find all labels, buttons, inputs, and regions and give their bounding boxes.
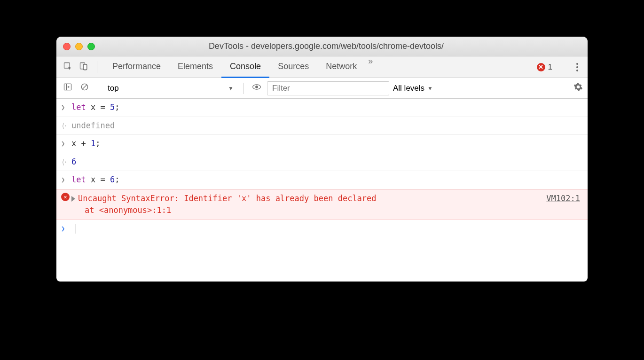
error-stack: at <anonymous>:1:1	[71, 205, 171, 215]
devtools-window: DevTools - developers.google.com/web/too…	[56, 37, 588, 282]
output-chevron-icon: ⟨·	[61, 120, 71, 132]
tab-network[interactable]: Network	[317, 56, 365, 78]
divider	[562, 61, 562, 73]
console-filter-bar: top ▼ All levels ▼	[56, 78, 588, 99]
inspect-element-icon[interactable]	[61, 60, 74, 75]
input-chevron-icon: ❯	[61, 174, 71, 185]
chevron-down-icon: ▼	[228, 85, 234, 92]
console-prompt-input[interactable]	[71, 223, 583, 235]
prompt-chevron-icon: ❯	[61, 223, 71, 234]
tab-console[interactable]: Console	[221, 56, 269, 78]
divider	[98, 83, 98, 94]
svg-marker-6	[68, 86, 70, 88]
console-line-content: let x = 6;	[71, 174, 583, 186]
console-line-content: let x = 5;	[71, 102, 583, 114]
error-count: 1	[548, 63, 552, 72]
svg-line-8	[82, 85, 86, 89]
console-sidebar-toggle-icon[interactable]	[61, 80, 74, 96]
console-line-content: x + 1;	[71, 138, 583, 150]
tabs-overflow-button[interactable]: »	[365, 56, 376, 78]
execution-context-select[interactable]: top ▼	[105, 83, 236, 94]
log-levels-select[interactable]: All levels ▼	[393, 84, 433, 93]
device-toolbar-icon[interactable]	[77, 60, 90, 75]
input-chevron-icon: ❯	[61, 138, 71, 149]
tab-sources[interactable]: Sources	[269, 56, 317, 78]
main-toolbar: Performance Elements Console Sources Net…	[56, 56, 588, 78]
console-prompt-row[interactable]: ❯	[56, 220, 588, 282]
error-count-badge[interactable]: ✕ 1	[537, 63, 552, 72]
tab-performance[interactable]: Performance	[104, 56, 169, 78]
error-source-link[interactable]: VM102:1	[546, 193, 583, 205]
context-label: top	[108, 84, 119, 93]
error-icon: ✕	[537, 63, 545, 71]
error-icon: ✕	[61, 193, 70, 201]
error-content: Uncaught SyntaxError: Identifier 'x' has…	[71, 193, 546, 217]
console-output-row: ⟨·6	[56, 153, 588, 172]
console-line-content: 6	[71, 156, 583, 168]
console-input-row: ❯let x = 6;	[56, 171, 588, 189]
chevron-down-icon: ▼	[427, 85, 433, 92]
svg-rect-2	[83, 64, 87, 70]
console-error-row: ✕ Uncaught SyntaxError: Identifier 'x' h…	[56, 189, 588, 220]
close-window-button[interactable]	[63, 43, 71, 50]
window-title: DevTools - developers.google.com/web/too…	[71, 41, 581, 51]
panel-tabs: Performance Elements Console Sources Net…	[104, 56, 376, 78]
expand-error-icon[interactable]	[71, 196, 75, 202]
settings-menu-button[interactable]	[572, 61, 583, 73]
console-output: ❯let x = 5;⟨·undefined❯x + 1;⟨·6❯let x =…	[56, 99, 588, 282]
clear-console-icon[interactable]	[78, 80, 91, 96]
console-input-row: ❯let x = 5;	[56, 99, 588, 117]
tab-elements[interactable]: Elements	[169, 56, 221, 78]
live-expression-icon[interactable]	[250, 80, 263, 96]
console-settings-icon[interactable]	[573, 82, 583, 94]
console-line-content: undefined	[71, 120, 583, 132]
output-chevron-icon: ⟨·	[61, 156, 71, 168]
console-input-row: ❯x + 1;	[56, 135, 588, 153]
svg-point-10	[255, 86, 258, 88]
levels-label: All levels	[393, 84, 424, 93]
error-message: Uncaught SyntaxError: Identifier 'x' has…	[78, 194, 377, 203]
filter-input[interactable]	[267, 81, 389, 95]
titlebar: DevTools - developers.google.com/web/too…	[56, 37, 588, 56]
divider	[243, 83, 243, 94]
input-chevron-icon: ❯	[61, 102, 71, 112]
divider	[97, 61, 97, 73]
console-output-row: ⟨·undefined	[56, 117, 588, 135]
